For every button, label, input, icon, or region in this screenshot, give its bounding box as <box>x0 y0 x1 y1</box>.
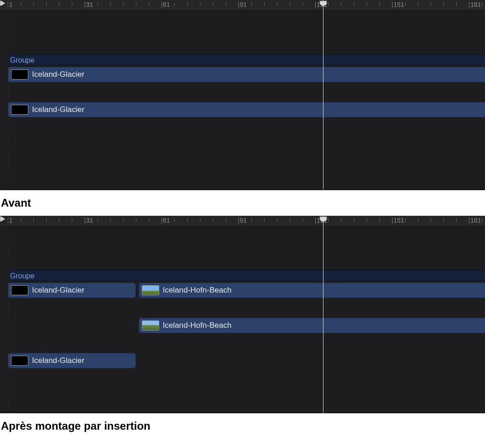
clip[interactable]: Iceland-Glacier <box>8 283 136 298</box>
ruler-tick <box>85 218 85 224</box>
ruler-tick <box>213 219 213 222</box>
ruler-tick <box>46 219 47 222</box>
ruler-tick <box>200 3 200 6</box>
ruler-tick <box>277 219 277 222</box>
ruler-label: 91 <box>240 1 247 8</box>
clip-name: Iceland-Hofn-Beach <box>163 321 232 330</box>
ruler-tick <box>354 219 354 222</box>
ruler-tick <box>290 219 290 222</box>
ruler-tick <box>162 2 162 8</box>
ruler-tick <box>341 3 341 6</box>
ruler-label: 151 <box>393 1 404 8</box>
ruler-tick <box>405 219 405 222</box>
clip-thumbnail <box>11 69 28 80</box>
ruler-tick <box>431 219 431 222</box>
group-header[interactable]: Groupe <box>8 270 485 281</box>
ruler-tick <box>72 3 72 6</box>
ruler-tick <box>174 219 175 222</box>
ruler-tick <box>21 219 21 222</box>
ruler-tick <box>226 3 226 6</box>
ruler-label: 1 <box>9 1 13 8</box>
ruler-tick <box>443 219 444 222</box>
ruler-tick <box>264 3 264 6</box>
clip[interactable]: Iceland-Glacier <box>8 67 485 82</box>
ruler-tick <box>328 3 329 6</box>
clip-thumbnail <box>142 320 159 331</box>
ruler-tick <box>366 219 367 222</box>
tracks-area[interactable]: Groupe Iceland-GlacierIceland-Hofn-Beach… <box>0 227 485 413</box>
ruler-label: 121 <box>317 1 327 8</box>
ruler-tick <box>238 218 239 224</box>
ruler-tick <box>379 219 380 222</box>
clip-thumbnail <box>11 356 28 366</box>
ruler-ticks: 1316191121151181 <box>0 0 485 11</box>
ruler-tick <box>85 2 85 8</box>
ruler-label: 121 <box>317 217 327 224</box>
ruler-tick <box>469 218 469 224</box>
clip[interactable]: Iceland-Glacier <box>8 353 136 368</box>
ruler-tick <box>97 3 98 6</box>
timeline-after[interactable]: 1316191121151181 Groupe Iceland-GlacierI… <box>0 216 485 413</box>
ruler-tick <box>149 219 149 222</box>
ruler-tick <box>277 3 277 6</box>
ruler-tick <box>405 3 405 6</box>
clip[interactable]: Iceland-Hofn-Beach <box>139 318 485 333</box>
clip[interactable]: Iceland-Glacier <box>8 102 485 117</box>
ruler-tick <box>251 3 252 6</box>
ruler-tick <box>200 219 200 222</box>
ruler-tick <box>110 219 111 222</box>
ruler-tick <box>418 3 418 6</box>
clip-name: Iceland-Glacier <box>32 70 84 79</box>
ruler-tick <box>366 3 367 6</box>
ruler[interactable]: 1316191121151181 <box>0 0 485 11</box>
ruler-label: 61 <box>163 217 170 224</box>
ruler-tick <box>482 219 482 222</box>
ruler-tick <box>456 219 457 222</box>
timeline-before[interactable]: 1316191121151181 Groupe Iceland-GlacierI… <box>0 0 485 190</box>
ruler-label: 91 <box>240 217 247 224</box>
ruler-tick <box>59 219 59 222</box>
ruler-tick <box>264 219 264 222</box>
ruler-label: 181 <box>470 1 481 8</box>
ruler-label: 31 <box>86 1 93 8</box>
ruler-tick <box>431 3 431 6</box>
group-header[interactable]: Groupe <box>8 54 485 65</box>
ruler-tick <box>59 3 59 6</box>
clip[interactable]: Iceland-Hofn-Beach <box>139 283 485 298</box>
ruler-tick <box>174 3 175 6</box>
ruler-tick <box>392 218 393 224</box>
clip-name: Iceland-Hofn-Beach <box>163 286 232 295</box>
ruler-tick <box>392 2 393 8</box>
ruler-tick <box>315 2 316 8</box>
ruler-tick <box>482 3 482 6</box>
ruler-tick <box>238 2 239 8</box>
clip-thumbnail <box>142 285 159 295</box>
ruler-tick <box>302 3 303 6</box>
caption-before: Avant <box>1 197 485 209</box>
clip-name: Iceland-Glacier <box>32 356 84 365</box>
ruler-tick <box>97 219 98 222</box>
ruler-label: 151 <box>393 217 404 224</box>
ruler-tick <box>469 2 469 8</box>
ruler-tick <box>149 3 149 6</box>
ruler-tick <box>123 219 124 222</box>
tracks-area[interactable]: Groupe Iceland-GlacierIceland-Glacier <box>0 11 485 190</box>
ruler-tick <box>136 219 136 222</box>
ruler-tick <box>110 3 111 6</box>
ruler-tick <box>21 3 21 6</box>
ruler[interactable]: 1316191121151181 <box>0 216 485 227</box>
ruler-tick <box>46 3 47 6</box>
ruler-tick <box>136 3 136 6</box>
ruler-tick <box>187 219 188 222</box>
ruler-label: 181 <box>470 217 481 224</box>
clip-thumbnail <box>11 285 28 295</box>
ruler-tick <box>187 3 188 6</box>
ruler-tick <box>302 219 303 222</box>
ruler-label: 61 <box>163 1 170 8</box>
ruler-tick <box>213 3 213 6</box>
ruler-label: 31 <box>86 217 93 224</box>
ruler-tick <box>33 3 34 6</box>
ruler-tick <box>123 3 124 6</box>
ruler-tick <box>162 218 162 224</box>
ruler-tick <box>354 3 354 6</box>
